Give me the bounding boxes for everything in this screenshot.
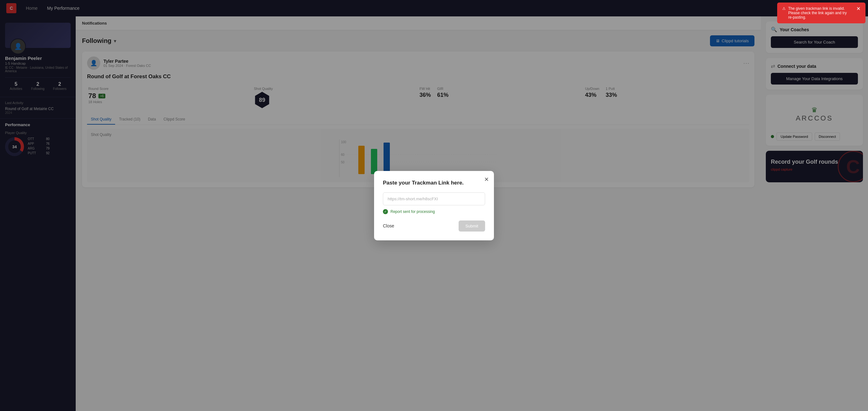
trackman-modal: Paste your Trackman Link here. ✕ ✓ Repor… bbox=[374, 171, 494, 240]
toast-close-button[interactable]: ✕ bbox=[856, 6, 861, 11]
modal-title: Paste your Trackman Link here. bbox=[383, 180, 485, 186]
trackman-link-input[interactable] bbox=[383, 192, 485, 205]
modal-submit-button[interactable]: Submit bbox=[459, 220, 485, 231]
toast-message: The given trackman link is invalid. Plea… bbox=[788, 6, 851, 20]
modal-close-text-button[interactable]: Close bbox=[383, 223, 394, 228]
modal-close-button[interactable]: ✕ bbox=[484, 176, 489, 183]
toast-icon: ⚠ bbox=[782, 6, 786, 11]
modal-footer: Close Submit bbox=[383, 220, 485, 231]
success-icon: ✓ bbox=[383, 209, 388, 214]
success-message: ✓ Report sent for processing bbox=[383, 209, 485, 214]
modal-overlay[interactable]: Paste your Trackman Link here. ✕ ✓ Repor… bbox=[0, 0, 868, 411]
success-text: Report sent for processing bbox=[391, 210, 435, 214]
error-toast: ⚠ The given trackman link is invalid. Pl… bbox=[777, 2, 866, 23]
